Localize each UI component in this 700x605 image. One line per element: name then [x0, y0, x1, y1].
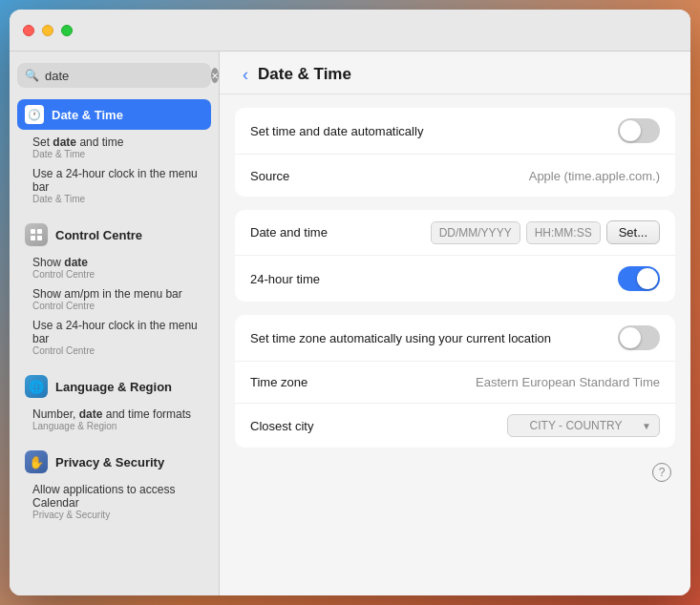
minimize-button[interactable] [42, 25, 53, 36]
search-clear-button[interactable]: ✕ [211, 68, 219, 83]
svg-rect-0 [31, 229, 35, 234]
control-centre-icon [25, 223, 48, 246]
source-value: Apple (time.apple.com.) [529, 169, 660, 183]
sidebar-item-date-time[interactable]: 🕐 Date & Time [17, 99, 211, 130]
search-input[interactable] [45, 69, 205, 83]
set-button[interactable]: Set... [606, 220, 660, 244]
main-panel: ‹ Date & Time Set time and date automati… [220, 52, 690, 595]
language-icon: 🌐 [25, 375, 48, 398]
search-icon: 🔍 [25, 69, 39, 82]
subitem-24hr-cc-category: Control Centre [32, 345, 203, 356]
row-24hr: 24-hour time [235, 256, 675, 302]
hour24-label: 24-hour time [250, 272, 320, 286]
section-control-centre: Control Centre Show date Control Centre … [17, 219, 211, 360]
search-bar[interactable]: 🔍 ✕ [17, 63, 211, 88]
date-field[interactable]: DD/MM/YYYY [431, 221, 520, 244]
sidebar-subitem-set-date[interactable]: Set date and time Date & Time [17, 132, 211, 163]
subitem-show-date-title: Show date [32, 256, 203, 269]
source-label: Source [250, 169, 289, 183]
control-centre-header[interactable]: Control Centre [17, 219, 211, 250]
section-language-region: 🌐 Language & Region Number, date and tim… [17, 371, 211, 435]
row-auto-time: Set time and date automatically [235, 108, 675, 155]
auto-time-toggle[interactable] [618, 118, 660, 143]
subitem-calendar-access[interactable]: Allow applications to access Calendar Pr… [17, 479, 211, 524]
chevron-down-icon: ▼ [642, 421, 651, 431]
main-header: ‹ Date & Time [220, 52, 690, 94]
timezone-value: Eastern European Standard Time [476, 375, 660, 389]
date-time-label: Date and time [250, 225, 328, 240]
svg-rect-2 [31, 236, 35, 240]
help-section: ? [220, 451, 690, 493]
close-button[interactable] [23, 25, 34, 36]
subitem-24hr-category: Date & Time [32, 194, 203, 204]
privacy-icon: ✋ [25, 450, 48, 473]
auto-timezone-label: Set time zone automatically using your c… [250, 331, 551, 345]
time-field[interactable]: HH:MM:SS [526, 221, 601, 244]
row-source: Source Apple (time.apple.com.) [235, 155, 675, 197]
row-auto-timezone: Set time zone automatically using your c… [235, 315, 675, 362]
subitem-calendar-access-category: Privacy & Security [32, 510, 203, 520]
subitem-24hr-title: Use a 24-hour clock in the menu bar [32, 167, 203, 194]
auto-time-label: Set time and date automatically [250, 124, 423, 138]
app-window: 🔍 ✕ 🕐 Date & Time Set date and time Date… [10, 10, 690, 595]
closest-city-label: Closest city [250, 419, 313, 433]
subitem-24hr-cc[interactable]: Use a 24-hour clock in the menu bar Cont… [17, 315, 211, 360]
timezone-group: Set time zone automatically using your c… [235, 315, 675, 448]
sidebar: 🔍 ✕ 🕐 Date & Time Set date and time Date… [10, 52, 220, 595]
auto-timezone-toggle-knob [620, 327, 641, 348]
maximize-button[interactable] [61, 25, 73, 36]
back-button[interactable]: ‹ [243, 66, 248, 83]
privacy-security-label: Privacy & Security [55, 455, 164, 469]
subitem-number-date-category: Language & Region [32, 421, 203, 431]
subitem-show-ampm-title: Show am/pm in the menu bar [32, 287, 203, 301]
section-privacy-security: ✋ Privacy & Security Allow applications … [17, 447, 211, 524]
hour24-toggle[interactable] [618, 266, 660, 291]
date-time-inputs: DD/MM/YYYY HH:MM:SS Set... [431, 220, 660, 244]
control-centre-label: Control Centre [55, 228, 142, 242]
subitem-calendar-access-title: Allow applications to access Calendar [32, 483, 203, 510]
main-title: Date & Time [258, 65, 351, 84]
subitem-set-date-title: Set date and time [32, 136, 203, 149]
subitem-show-ampm[interactable]: Show am/pm in the menu bar Control Centr… [17, 283, 211, 315]
row-closest-city: Closest city CITY - COUNTRY ▼ [235, 404, 675, 448]
subitem-number-date-title: Number, date and time formats [32, 407, 203, 421]
subitem-show-date[interactable]: Show date Control Centre [17, 252, 211, 283]
auto-timezone-toggle[interactable] [618, 325, 660, 350]
city-dropdown-label: CITY - COUNTRY [516, 419, 636, 432]
auto-time-group: Set time and date automatically Source A… [235, 108, 675, 197]
svg-rect-1 [37, 229, 42, 234]
language-region-label: Language & Region [55, 380, 172, 394]
title-bar [10, 10, 690, 52]
subitem-set-date-category: Date & Time [32, 149, 203, 159]
subitem-show-ampm-category: Control Centre [32, 301, 203, 311]
svg-rect-3 [37, 236, 42, 240]
help-button[interactable]: ? [652, 463, 671, 482]
language-region-header[interactable]: 🌐 Language & Region [17, 371, 211, 402]
date-time-icon: 🕐 [25, 105, 44, 124]
datetime-group: Date and time DD/MM/YYYY HH:MM:SS Set...… [235, 210, 675, 302]
auto-time-toggle-knob [620, 120, 641, 141]
sidebar-subitem-24hr[interactable]: Use a 24-hour clock in the menu bar Date… [17, 163, 211, 208]
row-date-time: Date and time DD/MM/YYYY HH:MM:SS Set... [235, 210, 675, 256]
city-dropdown[interactable]: CITY - COUNTRY ▼ [507, 414, 660, 437]
content-area: 🔍 ✕ 🕐 Date & Time Set date and time Date… [10, 52, 690, 595]
subitem-number-date[interactable]: Number, date and time formats Language &… [17, 404, 211, 435]
sidebar-item-date-time-label: Date & Time [52, 108, 123, 122]
timezone-label: Time zone [250, 375, 308, 389]
hour24-toggle-knob [637, 268, 658, 289]
subitem-24hr-cc-title: Use a 24-hour clock in the menu bar [32, 319, 203, 345]
privacy-security-header[interactable]: ✋ Privacy & Security [17, 447, 211, 477]
subitem-show-date-category: Control Centre [32, 269, 203, 280]
row-timezone: Time zone Eastern European Standard Time [235, 362, 675, 404]
